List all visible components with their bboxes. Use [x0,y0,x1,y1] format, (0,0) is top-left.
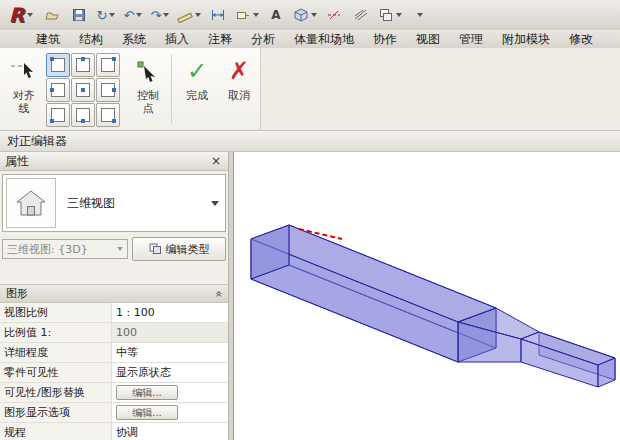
revit-logo-icon: R [9,3,24,27]
property-row-detail-level: 详细程度 中等 [0,343,228,363]
property-value[interactable]: 1 : 100 [112,303,228,322]
finish-button[interactable]: ✓ 完成 [176,52,218,128]
property-value: 100 [112,323,228,342]
justify-top-left-icon [51,58,65,72]
tab-systems[interactable]: 系统 [122,31,146,48]
edit-type-icon [149,243,162,255]
section-icon[interactable] [321,2,347,28]
tab-massing-site[interactable]: 体量和场地 [294,31,354,48]
edit-type-button[interactable]: 编辑类型 [132,237,226,261]
justify-middle-right-icon [101,83,115,97]
property-label: 规程 [0,423,112,440]
main-area: 属性 × 三维视图 三维视图: {3D} [0,152,620,440]
tab-view[interactable]: 视图 [416,31,440,48]
dropdown-arrow-icon [253,13,259,17]
default-3d-view-icon[interactable] [290,2,320,28]
property-value[interactable]: 显示原状态 [112,363,228,382]
customize-icon[interactable] [406,2,432,28]
switch-windows-icon[interactable] [375,2,405,28]
property-label: 视图比例 [0,303,112,322]
drawing-viewport[interactable] [233,152,620,440]
tab-manage[interactable]: 管理 [459,31,483,48]
ribbon-tab-bar: 建筑 结构 系统 插入 注释 分析 体量和场地 协作 视图 管理 附加模块 修改 [0,30,620,48]
edit-button[interactable]: 编辑... [116,385,178,400]
properties-palette: 属性 × 三维视图 三维视图: {3D} [0,152,229,440]
tab-modify[interactable]: 修改 [569,31,593,48]
justify-top-right-button[interactable] [96,53,120,77]
dropdown-arrow-icon [109,13,115,17]
tab-analyze[interactable]: 分析 [251,31,275,48]
aligned-dimension-icon[interactable] [205,2,231,28]
property-row-scale-value: 比例值 1: 100 [0,323,228,343]
edit-button[interactable]: 编辑... [116,405,178,420]
dropdown-arrow-icon [27,13,33,17]
property-label: 详细程度 [0,343,112,362]
thin-lines-icon[interactable] [348,2,374,28]
type-selector-label: 三维视图 [59,195,211,212]
justify-middle-right-button[interactable] [96,78,120,102]
cancel-button[interactable]: ✗ 取消 [218,52,260,128]
measure-icon[interactable] [174,2,204,28]
save-icon[interactable] [66,2,92,28]
property-row-graphic-display-options: 图形显示选项 编辑... [0,403,228,423]
property-row-parts-visibility: 零件可见性 显示原状态 [0,363,228,383]
property-label: 零件可见性 [0,363,112,382]
tab-architecture[interactable]: 建筑 [36,31,60,48]
tab-annotate[interactable]: 注释 [208,31,232,48]
properties-header: 属性 × [0,152,228,171]
chevron-down-icon [211,201,219,206]
options-bar-title: 对正编辑器 [7,133,67,150]
dropdown-arrow-icon [195,13,201,17]
control-point-icon [135,53,161,89]
property-row-view-scale: 视图比例 1 : 100 [0,303,228,323]
justify-top-right-icon [101,58,115,72]
justify-top-center-button[interactable] [71,53,95,77]
close-icon[interactable]: × [209,155,223,167]
justify-top-left-button[interactable] [46,53,70,77]
property-value-cell: 编辑... [112,383,228,402]
justify-bottom-left-button[interactable] [46,103,70,127]
tag-icon[interactable] [232,2,262,28]
dropdown-arrow-icon [163,13,169,17]
property-label: 比例值 1: [0,323,112,342]
duct-3d-geometry [234,152,619,440]
tab-insert[interactable]: 插入 [165,31,189,48]
dropdown-arrow-icon [136,13,142,17]
sync-icon[interactable]: ↻ [93,2,119,28]
property-value[interactable]: 协调 [112,423,228,440]
quick-access-toolbar: R ↻ ↶ ↷ A [0,0,620,31]
property-value-cell: 编辑... [112,403,228,422]
redo-icon[interactable]: ↷ [147,2,173,28]
application-menu-button[interactable]: R [4,2,38,28]
justify-bottom-center-button[interactable] [71,103,95,127]
justify-bottom-right-icon [101,108,115,122]
property-label: 图形显示选项 [0,403,112,422]
view-selector-combo[interactable]: 三维视图: {3D} [2,239,128,259]
open-icon[interactable] [39,2,65,28]
property-label: 可见性/图形替换 [0,383,112,402]
justify-bottom-right-button[interactable] [96,103,120,127]
tab-structure[interactable]: 结构 [79,31,103,48]
alignment-line-icon [9,53,39,89]
house-icon [14,188,48,218]
text-icon[interactable]: A [263,2,289,28]
options-bar: 对正编辑器 [0,131,620,152]
justify-bottom-left-icon [51,108,65,122]
cancel-x-icon: ✗ [229,53,249,89]
property-value[interactable]: 中等 [112,343,228,362]
tab-collaborate[interactable]: 协作 [373,31,397,48]
undo-icon[interactable]: ↶ [120,2,146,28]
dropdown-arrow-icon [417,13,423,17]
justify-center-button[interactable] [71,78,95,102]
control-point-button[interactable]: 控制点 [127,52,169,128]
ribbon-body: 对齐线 控制点 ✓ 完成 [0,48,620,131]
view-type-icon-box [6,178,56,228]
type-selector[interactable]: 三维视图 [2,174,226,232]
collapse-section-icon[interactable]: « [211,290,225,297]
properties-title: 属性 [5,153,29,170]
dropdown-arrow-icon [396,13,402,17]
tab-addins[interactable]: 附加模块 [502,31,550,48]
alignment-line-button[interactable]: 对齐线 [3,52,45,128]
justify-middle-left-button[interactable] [46,78,70,102]
graphics-section-header: 图形 « [0,284,228,303]
